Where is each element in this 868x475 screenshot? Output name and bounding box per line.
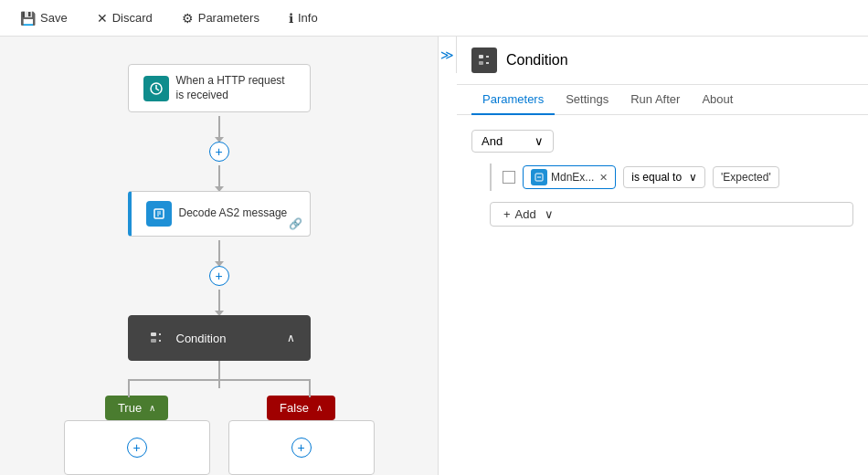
- parameters-button[interactable]: ⚙ Parameters: [176, 7, 265, 29]
- save-icon: 💾: [20, 11, 36, 26]
- true-branch-body: +: [64, 420, 210, 475]
- arrow-3: [218, 240, 220, 262]
- condition-value: 'Expected': [713, 166, 779, 188]
- branch-vert-line: [218, 361, 220, 388]
- as2-icon: [146, 201, 172, 227]
- false-chevron: ∧: [316, 403, 323, 413]
- remove-field-button[interactable]: ✕: [599, 172, 608, 184]
- info-button[interactable]: ℹ Info: [283, 7, 323, 29]
- condition-icon: [143, 325, 169, 351]
- discard-icon: ✕: [97, 11, 108, 26]
- operator-chevron-icon: ∨: [689, 171, 697, 184]
- tab-run-after[interactable]: Run After: [619, 85, 691, 115]
- discard-button[interactable]: ✕ Discard: [91, 7, 158, 29]
- info-icon: ℹ: [289, 11, 293, 26]
- condition-chevron: ∧: [287, 332, 295, 344]
- true-branch-header[interactable]: True ∧: [105, 396, 168, 420]
- panel-header-icon: [471, 48, 497, 73]
- canvas-panel: When a HTTP requestis received + Decode …: [0, 37, 439, 475]
- condition-field[interactable]: MdnEx... ✕: [523, 165, 616, 189]
- decode-as2-node[interactable]: Decode AS2 message 🔗: [128, 191, 311, 237]
- http-icon: [143, 76, 169, 101]
- panel-header: Condition: [457, 37, 868, 85]
- panel-title: Condition: [506, 52, 568, 69]
- field-icon: [531, 169, 547, 185]
- add-step-1[interactable]: +: [209, 142, 229, 162]
- tab-about[interactable]: About: [691, 85, 744, 115]
- decode-node-label: Decode AS2 message: [179, 206, 288, 221]
- true-branch: True ∧ +: [64, 396, 210, 475]
- indent-line: [490, 164, 492, 191]
- main-layout: When a HTTP requestis received + Decode …: [0, 37, 868, 475]
- discard-label: Discard: [112, 11, 153, 25]
- add-step-2[interactable]: +: [209, 266, 229, 286]
- branch-connector: [55, 361, 384, 388]
- branch-right-drop: [309, 379, 311, 397]
- false-branch-body: +: [228, 420, 375, 475]
- condition-node-label: Condition: [176, 332, 227, 345]
- toolbar: 💾 Save ✕ Discard ⚙ Parameters ℹ Info: [0, 0, 868, 37]
- and-operator-dropdown[interactable]: And ∨: [471, 130, 554, 153]
- false-label: False: [280, 401, 309, 415]
- condition-checkbox[interactable]: [503, 171, 515, 184]
- branch-left-drop: [128, 379, 130, 397]
- value-label: 'Expected': [721, 171, 771, 184]
- svg-rect-4: [479, 55, 483, 58]
- info-label: Info: [298, 11, 318, 25]
- parameters-label: Parameters: [198, 11, 259, 25]
- svg-rect-2: [151, 332, 156, 336]
- branches-row: True ∧ + False ∧ +: [64, 396, 375, 475]
- tab-parameters[interactable]: Parameters: [471, 85, 555, 115]
- flow-container: When a HTTP requestis received + Decode …: [0, 37, 438, 475]
- condition-node[interactable]: Condition ∧: [128, 315, 311, 361]
- condition-row: MdnEx... ✕ is equal to ∨ 'Expected': [490, 164, 853, 191]
- and-label: And: [482, 134, 503, 148]
- arrow-4: [218, 290, 220, 311]
- add-true-step[interactable]: +: [127, 438, 147, 458]
- add-condition-button[interactable]: + Add ∨: [490, 202, 853, 227]
- collapse-panel-button[interactable]: ≫: [439, 37, 457, 73]
- http-request-node[interactable]: When a HTTP requestis received: [128, 64, 311, 112]
- false-branch-header[interactable]: False ∧: [267, 396, 335, 420]
- tab-settings[interactable]: Settings: [555, 85, 619, 115]
- save-button[interactable]: 💾 Save: [15, 7, 73, 29]
- link-icon: 🔗: [289, 217, 302, 230]
- operator-dropdown[interactable]: is equal to ∨: [623, 166, 705, 188]
- add-label: Add: [515, 207, 536, 221]
- parameters-icon: ⚙: [182, 11, 194, 26]
- arrow-1: [218, 116, 220, 138]
- false-branch: False ∧ +: [228, 396, 375, 475]
- http-node-label: When a HTTP requestis received: [176, 74, 285, 102]
- arrow-2: [218, 165, 220, 187]
- svg-rect-3: [151, 339, 156, 343]
- operator-label: is equal to: [631, 171, 682, 184]
- save-label: Save: [40, 11, 68, 25]
- field-label: MdnEx...: [551, 171, 594, 184]
- and-chevron-icon: ∨: [535, 134, 544, 148]
- panel-content: And ∨ MdnEx... ✕ is equal to ∨: [457, 115, 868, 475]
- add-chevron-icon: ∨: [545, 207, 554, 221]
- panel-tabs: Parameters Settings Run After About: [457, 85, 868, 115]
- svg-rect-5: [479, 61, 483, 65]
- true-chevron: ∧: [149, 403, 155, 413]
- add-false-step[interactable]: +: [291, 438, 312, 458]
- true-label: True: [118, 401, 142, 415]
- add-icon: +: [503, 207, 511, 221]
- branch-horiz-line: [128, 379, 311, 381]
- right-panel: Condition Parameters Settings Run After …: [457, 37, 868, 475]
